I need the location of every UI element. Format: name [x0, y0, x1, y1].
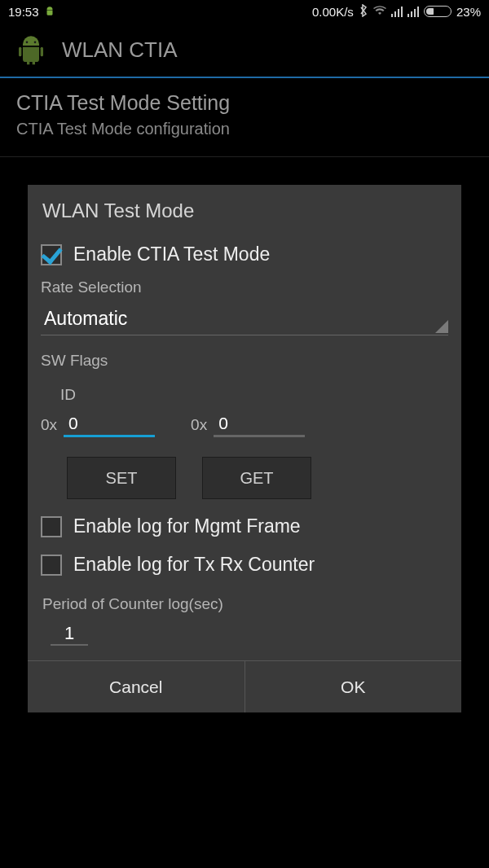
log-mgmt-label: Enable log for Mgmt Frame — [73, 515, 301, 537]
android-icon — [15, 33, 47, 66]
log-txrx-row[interactable]: Enable log for Tx Rx Counter — [36, 546, 453, 584]
set-button[interactable]: SET — [67, 457, 176, 499]
dropdown-triangle-icon — [435, 320, 448, 333]
period-label: Period of Counter log(sec) — [41, 595, 448, 613]
period-input[interactable] — [51, 623, 88, 646]
id-label: ID — [36, 376, 453, 404]
dialog-title: WLAN Test Mode — [28, 185, 461, 232]
log-txrx-checkbox[interactable] — [41, 555, 62, 576]
log-mgmt-row[interactable]: Enable log for Mgmt Frame — [36, 507, 453, 546]
signal-icon-1 — [391, 6, 403, 17]
hex-input-2[interactable] — [214, 412, 305, 437]
rate-selection-label: Rate Selection — [36, 274, 453, 303]
sw-flags-label: SW Flags — [36, 340, 453, 376]
status-bar: 19:53 0.00K/s 23% — [0, 0, 489, 23]
svg-rect-1 — [41, 47, 43, 57]
app-bar: WLAN CTIA — [0, 23, 489, 78]
log-mgmt-checkbox[interactable] — [41, 516, 62, 537]
enable-ctia-checkbox[interactable] — [41, 244, 62, 265]
rate-selection-dropdown[interactable]: Automatic — [41, 303, 448, 335]
battery-pct: 23% — [456, 5, 481, 19]
app-title: WLAN CTIA — [62, 37, 178, 63]
bluetooth-icon — [359, 4, 368, 20]
wifi-icon — [373, 5, 386, 19]
ok-button[interactable]: OK — [244, 661, 462, 712]
enable-ctia-label: Enable CTIA Test Mode — [73, 243, 270, 265]
battery-icon — [424, 6, 452, 17]
rate-selection-value: Automatic — [44, 308, 127, 329]
hex-prefix-1: 0x — [41, 416, 57, 437]
hex-input-1[interactable] — [64, 412, 155, 437]
enable-ctia-row[interactable]: Enable CTIA Test Mode — [36, 235, 453, 274]
hex-prefix-2: 0x — [191, 416, 207, 437]
signal-icon-2 — [408, 6, 419, 17]
status-time: 19:53 — [8, 5, 39, 19]
svg-point-3 — [34, 42, 37, 44]
get-button[interactable]: GET — [202, 457, 311, 499]
svg-rect-0 — [19, 47, 21, 57]
cancel-button[interactable]: Cancel — [28, 661, 244, 712]
log-txrx-label: Enable log for Tx Rx Counter — [73, 554, 315, 576]
net-speed: 0.00K/s — [312, 5, 354, 19]
dialog: WLAN Test Mode Enable CTIA Test Mode Rat… — [28, 185, 461, 712]
debug-icon — [44, 6, 55, 17]
page-subtitle: CTIA Test Mode configuration — [16, 120, 473, 138]
page-header: CTIA Test Mode Setting CTIA Test Mode co… — [0, 78, 489, 157]
page-title: CTIA Test Mode Setting — [16, 91, 473, 115]
svg-point-2 — [26, 42, 29, 44]
